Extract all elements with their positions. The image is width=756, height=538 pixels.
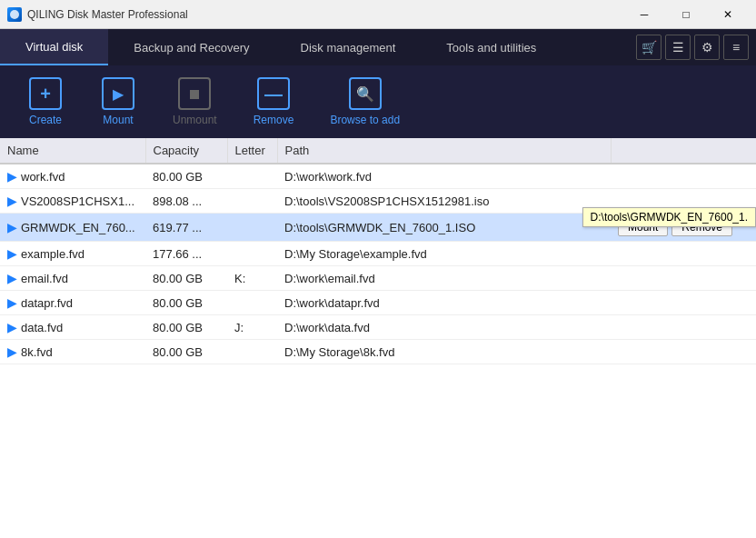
row-name-1: VS2008SP1CHSX1... xyxy=(21,194,134,208)
svg-point-0 xyxy=(10,10,19,19)
cell-name-2: ▶GRMWDK_EN_760... xyxy=(0,214,145,242)
cell-name-4: ▶email.fvd xyxy=(0,266,145,291)
cell-name-0: ▶work.fvd xyxy=(0,164,145,189)
mount-label: Mount xyxy=(103,114,133,126)
row-name-5: datapr.fvd xyxy=(21,296,73,310)
create-icon xyxy=(29,77,62,110)
row-name-7: 8k.fvd xyxy=(21,345,53,359)
titlebar: QILING Disk Master Professional ─ □ ✕ xyxy=(0,0,756,29)
table-row[interactable]: ▶8k.fvd80.00 GBD:\My Storage\8k.fvd xyxy=(0,340,756,364)
row-name-6: data.fvd xyxy=(21,321,63,334)
toolbar: Create Mount Unmount Remove Browse to ad… xyxy=(0,65,756,138)
tab-spacer xyxy=(562,29,629,65)
cell-capacity-2: 619.77 ... xyxy=(145,214,227,242)
col-header-letter: Letter xyxy=(227,138,277,164)
cell-letter-7 xyxy=(227,340,277,364)
table-row[interactable]: ▶data.fvd80.00 GBJ:D:\work\data.fvd xyxy=(0,315,756,340)
cell-path-1: D:\tools\VS2008SP1CHSX1512981.iso xyxy=(277,189,611,214)
cell-letter-0 xyxy=(227,164,277,189)
tab-disk-management[interactable]: Disk management xyxy=(275,29,422,65)
col-header-capacity: Capacity xyxy=(145,138,227,164)
cell-letter-4: K: xyxy=(227,266,277,291)
remove-label: Remove xyxy=(254,114,294,126)
row-icon-1: ▶ xyxy=(7,194,17,208)
row-name-2: GRMWDK_EN_760... xyxy=(21,221,135,234)
cell-path-0: D:\work\work.fvd xyxy=(277,164,611,189)
cell-path-4: D:\work\email.fvd xyxy=(277,266,611,291)
cell-letter-3 xyxy=(227,242,277,266)
tab-tools-utilities[interactable]: Tools and utilities xyxy=(421,29,562,65)
unmount-label: Unmount xyxy=(173,114,217,126)
path-tooltip: D:\tools\GRMWDK_EN_7600_1. xyxy=(582,207,756,227)
cell-path-6: D:\work\data.fvd xyxy=(277,315,611,340)
row-name-3: example.fvd xyxy=(21,247,85,261)
gear-icon-button[interactable]: ⚙ xyxy=(694,35,720,60)
remove-toolbar-button[interactable]: Remove xyxy=(244,74,303,130)
col-header-actions xyxy=(611,138,756,164)
window-controls: ─ □ ✕ xyxy=(623,0,749,29)
table-row[interactable]: ▶datapr.fvd80.00 GBD:\work\datapr.fvd xyxy=(0,291,756,315)
row-name-0: work.fvd xyxy=(21,170,65,184)
table-container: Name Capacity Letter Path ▶work.fvd80.00… xyxy=(0,138,756,538)
list-icon-button[interactable]: ☰ xyxy=(665,35,691,60)
cell-name-3: ▶example.fvd xyxy=(0,242,145,266)
cell-letter-5 xyxy=(227,291,277,315)
table-header-row: Name Capacity Letter Path xyxy=(0,138,756,164)
cell-letter-2 xyxy=(227,214,277,242)
row-icon-5: ▶ xyxy=(7,295,17,310)
col-header-name: Name xyxy=(0,138,145,164)
vdisk-table: Name Capacity Letter Path ▶work.fvd80.00… xyxy=(0,138,756,364)
menu-icon-button[interactable]: ≡ xyxy=(723,35,749,60)
cell-path-7: D:\My Storage\8k.fvd xyxy=(277,340,611,364)
browse-icon xyxy=(349,77,382,110)
cell-actions-4 xyxy=(611,266,756,291)
row-icon-0: ▶ xyxy=(7,169,17,184)
remove-icon xyxy=(257,77,290,110)
row-icon-4: ▶ xyxy=(7,271,17,285)
cell-capacity-0: 80.00 GB xyxy=(145,164,227,189)
tab-icon-group: 🛒 ☰ ⚙ ≡ xyxy=(629,29,756,65)
row-name-4: email.fvd xyxy=(21,272,68,285)
cell-name-7: ▶8k.fvd xyxy=(0,340,145,364)
main-content: Name Capacity Letter Path ▶work.fvd80.00… xyxy=(0,138,756,538)
tab-virtual-disk[interactable]: Virtual disk xyxy=(0,29,108,65)
app-title: QILING Disk Master Professional xyxy=(27,8,623,21)
cart-icon-button[interactable]: 🛒 xyxy=(636,35,662,60)
cell-path-5: D:\work\datapr.fvd xyxy=(277,291,611,315)
cell-actions-7 xyxy=(611,340,756,364)
create-label: Create xyxy=(29,114,62,126)
tabbar: Virtual disk Backup and Recovery Disk ma… xyxy=(0,29,756,65)
cell-capacity-3: 177.66 ... xyxy=(145,242,227,266)
cell-capacity-1: 898.08 ... xyxy=(145,189,227,214)
browse-button[interactable]: Browse to add xyxy=(321,74,409,130)
cell-name-1: ▶VS2008SP1CHSX1... xyxy=(0,189,145,214)
cell-name-5: ▶datapr.fvd xyxy=(0,291,145,315)
cell-letter-1 xyxy=(227,189,277,214)
row-icon-7: ▶ xyxy=(7,344,17,359)
table-row[interactable]: ▶work.fvd80.00 GBD:\work\work.fvd xyxy=(0,164,756,189)
cell-capacity-4: 80.00 GB xyxy=(145,266,227,291)
maximize-button[interactable]: □ xyxy=(665,0,707,29)
cell-letter-6: J: xyxy=(227,315,277,340)
minimize-button[interactable]: ─ xyxy=(623,0,665,29)
table-body: ▶work.fvd80.00 GBD:\work\work.fvd▶VS2008… xyxy=(0,164,756,364)
col-header-path: Path xyxy=(277,138,611,164)
cell-name-6: ▶data.fvd xyxy=(0,315,145,340)
create-button[interactable]: Create xyxy=(18,74,73,130)
table-row[interactable]: ▶email.fvd80.00 GBK:D:\work\email.fvd xyxy=(0,266,756,291)
unmount-button[interactable]: Unmount xyxy=(164,74,226,130)
mount-icon xyxy=(102,77,134,110)
unmount-icon xyxy=(178,77,211,110)
cell-path-3: D:\My Storage\example.fvd xyxy=(277,242,611,266)
cell-capacity-7: 80.00 GB xyxy=(145,340,227,364)
cell-capacity-5: 80.00 GB xyxy=(145,291,227,315)
table-row[interactable]: ▶example.fvd177.66 ...D:\My Storage\exam… xyxy=(0,242,756,266)
app-icon xyxy=(7,7,22,22)
row-icon-6: ▶ xyxy=(7,320,17,334)
cell-actions-3 xyxy=(611,242,756,266)
cell-path-2: D:\tools\GRMWDK_EN_7600_1.ISO xyxy=(277,214,611,242)
browse-label: Browse to add xyxy=(330,114,400,126)
mount-button[interactable]: Mount xyxy=(91,74,145,130)
close-button[interactable]: ✕ xyxy=(707,0,749,29)
tab-backup-recovery[interactable]: Backup and Recovery xyxy=(108,29,274,65)
